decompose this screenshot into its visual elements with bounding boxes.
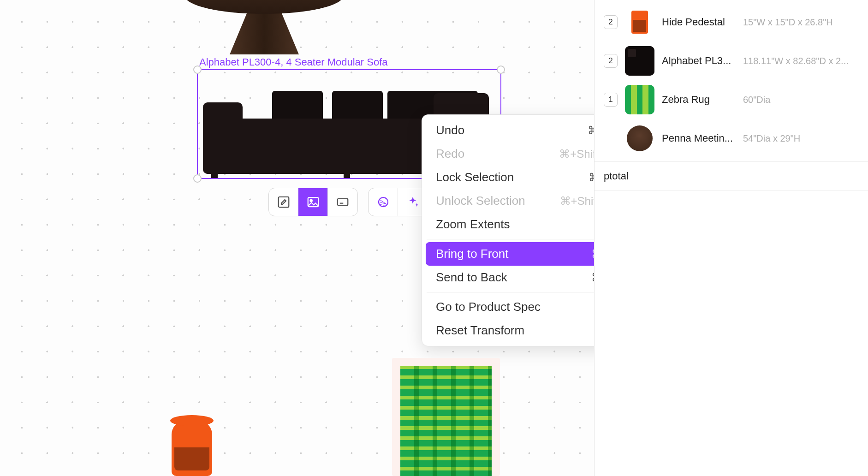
item-thumbnail [625,7,654,37]
table-top-shape [184,0,344,14]
qty-badge: 2 [604,54,618,68]
image-icon [306,195,320,209]
item-thumbnail [625,85,654,114]
list-item[interactable]: 1 Zebra Rug 60"Dia [595,80,868,119]
design-canvas[interactable]: Alphabet PL300-4, 4 Seater Modular Sofa [0,0,594,476]
item-name: Penna Meetin... [662,132,736,144]
menu-label: Bring to Front [436,247,509,261]
svg-rect-0 [278,197,289,208]
menu-label: Zoom Extents [436,217,510,232]
menu-label: Reset Transform [436,323,524,338]
circle-icon [376,195,390,209]
canvas-object-pedestal[interactable] [172,421,212,476]
menu-zoom-extents[interactable]: Zoom Extents [426,213,622,236]
svg-point-2 [310,200,312,202]
product-list-panel: 2 Hide Pedestal 15"W x 15"D x 26.8"H 2 A… [594,0,868,476]
menu-label: Go to Product Spec [436,300,541,314]
edit-tool-button[interactable] [269,188,298,216]
resize-handle-top-left[interactable] [193,65,202,74]
list-item[interactable]: Penna Meetin... 54"Dia x 29"H [595,119,868,158]
selection-label: Alphabet PL300-4, 4 Seater Modular Sofa [199,56,388,68]
menu-product-spec[interactable]: Go to Product Spec [426,295,622,319]
resize-handle-top-right[interactable] [497,65,505,74]
menu-separator [427,239,621,239]
item-name: Zebra Rug [662,94,736,106]
item-dimensions: 54"Dia x 29"H [743,133,859,144]
menu-redo: Redo ⌘+Shift+Z [426,142,622,166]
edit-icon [277,195,291,209]
tool-group-1 [268,188,358,216]
menu-label: Unlock Selection [436,194,525,208]
item-dimensions: 118.11"W x 82.68"D x 2... [743,56,859,66]
menu-bring-to-front[interactable]: Bring to Front ⌘+[ [426,242,622,266]
menu-label: Undo [436,123,464,137]
menu-lock-selection[interactable]: Lock Selection ⌘+L [426,166,622,189]
menu-label: Lock Selection [436,170,514,184]
caption-icon [336,195,350,209]
subtotal-row: ptotal [595,161,868,191]
menu-reset-transform[interactable]: Reset Transform [426,319,622,342]
item-dimensions: 15"W x 15"D x 26.8"H [743,17,859,28]
canvas-object-rug[interactable] [392,358,500,476]
menu-label: Send to Back [436,270,507,285]
qty-badge: 2 [604,15,618,29]
list-item[interactable]: 2 Hide Pedestal 15"W x 15"D x 26.8"H [595,3,868,42]
subtotal-label: ptotal [604,170,629,182]
list-item[interactable]: 2 Alphabet PL3... 118.11"W x 82.68"D x 2… [595,42,868,80]
menu-unlock-selection: Unlock Selection ⌘+Shift+L [426,189,622,213]
caption-tool-button[interactable] [328,188,357,216]
item-thumbnail [625,124,654,153]
menu-label: Redo [436,147,464,161]
item-name: Hide Pedestal [662,16,736,28]
item-name: Alphabet PL3... [662,55,736,67]
image-tool-button[interactable] [298,188,328,216]
menu-undo[interactable]: Undo ⌘+Z [426,119,622,142]
menu-separator [427,292,621,292]
resize-handle-bottom-left[interactable] [193,174,202,183]
floating-toolbar [268,188,428,216]
menu-send-to-back[interactable]: Send to Back ⌘+] [426,266,622,289]
material-tool-button[interactable] [369,188,398,216]
qty-badge: 1 [604,93,618,107]
svg-rect-3 [338,199,348,206]
svg-rect-1 [308,197,318,207]
sparkle-icon [406,195,420,209]
item-dimensions: 60"Dia [743,95,859,105]
item-thumbnail [625,46,654,76]
tool-group-2 [368,188,428,216]
